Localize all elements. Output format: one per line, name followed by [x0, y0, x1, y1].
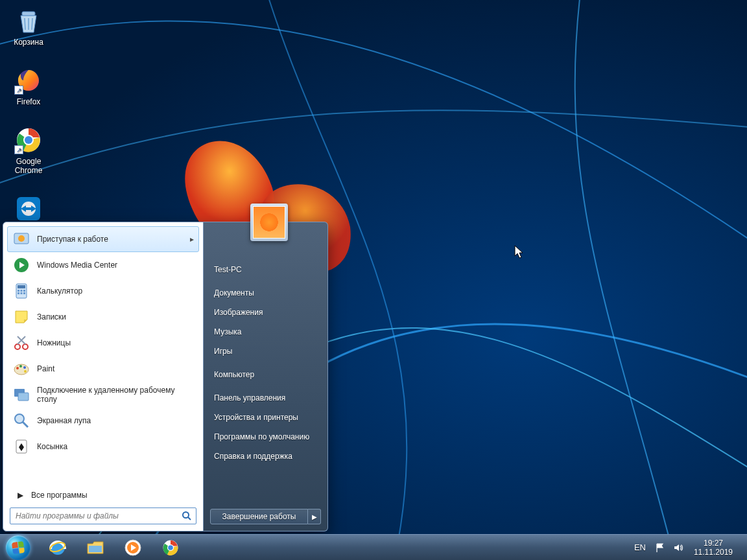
- solitaire-icon: [12, 438, 30, 456]
- chevron-right-icon: ▶: [312, 513, 317, 520]
- getting-started-icon: [12, 230, 30, 248]
- start-item-label: Подключение к удаленному рабочему столу: [37, 386, 194, 404]
- tray-language[interactable]: EN: [629, 542, 651, 552]
- svg-rect-33: [89, 546, 102, 552]
- svg-point-9: [18, 235, 25, 242]
- start-item-label: Windows Media Center: [37, 261, 194, 270]
- start-item-label: Калькулятор: [37, 286, 194, 296]
- start-right-item[interactable]: Изображения: [204, 303, 327, 322]
- start-right-item[interactable]: Игры: [204, 342, 327, 361]
- start-item-solitaire[interactable]: Косынка: [7, 434, 199, 460]
- taskbar-chrome[interactable]: [153, 537, 188, 559]
- chrome-icon: ↗: [13, 124, 44, 156]
- start-item-rdp[interactable]: Подключение к удаленному рабочему столу: [7, 382, 199, 408]
- start-item-snip[interactable]: Ножницы: [7, 330, 199, 356]
- taskbar-wmp[interactable]: [115, 537, 150, 559]
- tray-action-center[interactable]: [651, 542, 669, 553]
- tray-volume[interactable]: [669, 542, 687, 553]
- svg-rect-16: [18, 292, 19, 294]
- svg-point-25: [24, 370, 27, 373]
- chevron-right-icon: ▶: [18, 491, 23, 500]
- desktop-icon-label: Корзина: [14, 38, 43, 47]
- search-icon: [178, 511, 196, 521]
- desktop-icon-chrome[interactable]: ↗ Google Chrome: [5, 124, 52, 175]
- paint-icon: [12, 360, 30, 378]
- speaker-icon: [673, 542, 683, 553]
- svg-rect-12: [18, 285, 25, 288]
- start-menu-left: Приступая к работе▸Windows Media CenterК…: [3, 222, 204, 531]
- shortcut-arrow-icon: ↗: [14, 86, 23, 95]
- start-right-item[interactable]: Устройства и принтеры: [204, 408, 327, 427]
- recycle-bin-icon: [13, 5, 44, 36]
- wmp-icon: [123, 538, 143, 557]
- start-item-label: Paint: [37, 364, 194, 373]
- svg-rect-7: [25, 207, 32, 210]
- shutdown-button[interactable]: Завершение работы: [210, 509, 308, 524]
- start-button[interactable]: [0, 535, 36, 560]
- start-item-label: Экранная лупа: [37, 416, 194, 425]
- firefox-icon: ↗: [13, 65, 44, 96]
- start-menu-right: Test-PCДокументыИзображенияМузыкаИгрыКом…: [204, 222, 328, 531]
- teamviewer-icon: [13, 193, 44, 224]
- flag-icon: [655, 542, 665, 553]
- windows-logo-icon: [5, 533, 32, 560]
- ie-icon: [48, 538, 67, 557]
- start-item-getting-started[interactable]: Приступая к работе▸: [7, 226, 199, 252]
- start-item-paint[interactable]: Paint: [7, 356, 199, 382]
- tray-clock[interactable]: 19:27 11.11.2019: [687, 539, 739, 557]
- user-avatar[interactable]: [250, 204, 288, 241]
- start-item-label: Ножницы: [37, 338, 194, 347]
- start-right-item[interactable]: Панель управления: [204, 388, 327, 408]
- shutdown-options-button[interactable]: ▶: [308, 509, 321, 524]
- svg-point-23: [19, 365, 22, 368]
- svg-point-38: [168, 545, 173, 550]
- start-item-calc[interactable]: Калькулятор: [7, 278, 199, 304]
- tray-date: 11.11.2019: [694, 548, 733, 557]
- tray-time: 19:27: [694, 539, 733, 548]
- sticky-icon: [12, 308, 30, 326]
- svg-rect-14: [21, 290, 23, 292]
- rdp-icon: [12, 386, 30, 404]
- desktop-icon-firefox[interactable]: ↗ Firefox: [5, 65, 52, 106]
- calc-icon: [12, 282, 30, 300]
- start-right-item[interactable]: Документы: [204, 283, 327, 303]
- svg-rect-0: [22, 12, 35, 16]
- svg-point-24: [23, 366, 26, 369]
- all-programs-label: Все программы: [31, 491, 88, 500]
- svg-point-30: [183, 512, 189, 518]
- svg-point-19: [15, 344, 20, 349]
- start-item-sticky[interactable]: Записки: [7, 304, 199, 330]
- taskbar-ie[interactable]: [40, 537, 75, 559]
- chrome-icon: [161, 539, 180, 557]
- svg-point-28: [15, 414, 24, 423]
- magnifier-icon: [12, 412, 30, 430]
- desktop-icon-teamviewer[interactable]: [5, 193, 52, 224]
- svg-rect-27: [18, 393, 29, 401]
- desktop-icon-recycle-bin[interactable]: Корзина: [5, 5, 52, 47]
- svg-point-22: [16, 367, 19, 369]
- search-input[interactable]: [10, 511, 178, 520]
- taskbar-explorer[interactable]: [78, 537, 113, 559]
- wmc-icon: [12, 256, 30, 274]
- start-item-wmc[interactable]: Windows Media Center: [7, 252, 199, 278]
- start-item-label: Косынка: [37, 442, 194, 451]
- start-right-item[interactable]: Компьютер: [204, 365, 327, 384]
- start-right-item[interactable]: Программы по умолчанию: [204, 427, 327, 447]
- folder-icon: [86, 538, 105, 557]
- start-menu: Приступая к работе▸Windows Media CenterК…: [3, 222, 328, 531]
- shortcut-arrow-icon: ↗: [14, 145, 23, 154]
- all-programs-button[interactable]: ▶ Все программы: [7, 484, 199, 505]
- start-right-item[interactable]: Музыка: [204, 322, 327, 342]
- start-item-magnifier[interactable]: Экранная лупа: [7, 408, 199, 434]
- flower-icon: [253, 206, 285, 239]
- svg-rect-17: [21, 292, 23, 294]
- start-search[interactable]: [10, 508, 196, 524]
- svg-rect-18: [23, 292, 25, 294]
- desktop-icon-label: Google Chrome: [5, 157, 52, 175]
- start-item-label: Записки: [37, 312, 194, 321]
- snip-icon: [12, 334, 30, 352]
- start-right-item[interactable]: Test-PC: [204, 260, 327, 279]
- svg-point-20: [23, 344, 28, 349]
- start-right-item[interactable]: Справка и поддержка: [204, 447, 327, 466]
- svg-rect-15: [23, 290, 25, 292]
